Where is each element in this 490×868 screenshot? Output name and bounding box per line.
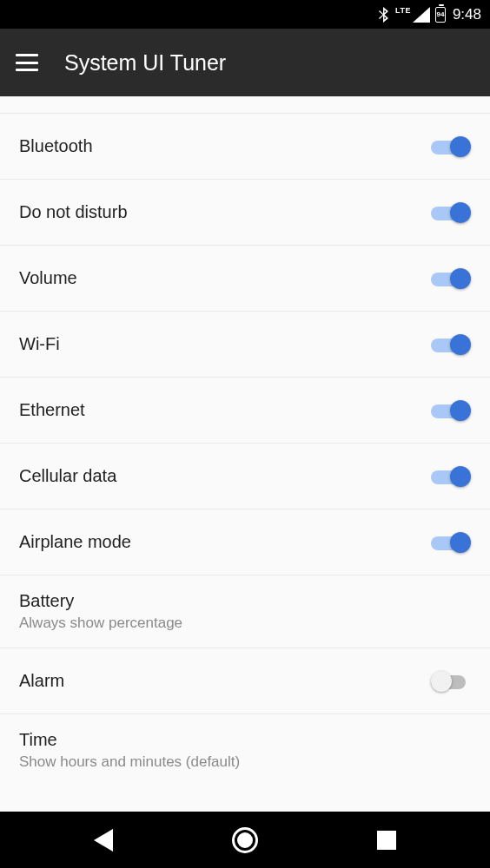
item-label: Bluetooth bbox=[19, 136, 93, 156]
item-label: Time bbox=[19, 730, 240, 750]
list-item-ethernet[interactable]: Ethernet bbox=[0, 378, 490, 444]
item-label: Ethernet bbox=[19, 400, 85, 420]
item-label: Battery bbox=[19, 591, 182, 611]
toggle-wifi[interactable] bbox=[431, 332, 471, 357]
item-sublabel: Show hours and minutes (default) bbox=[19, 753, 240, 771]
item-label: Volume bbox=[19, 268, 77, 288]
page-title: System UI Tuner bbox=[64, 50, 226, 76]
item-label: Do not disturb bbox=[19, 202, 128, 222]
battery-percent: 94 bbox=[436, 10, 444, 18]
signal-icon bbox=[413, 7, 430, 23]
settings-list[interactable]: Bluetooth Do not disturb Volume Wi-Fi Et… bbox=[0, 96, 490, 812]
list-item-airplane[interactable]: Airplane mode bbox=[0, 510, 490, 575]
item-label: Airplane mode bbox=[19, 532, 131, 552]
status-bar: LTE 94 9:48 bbox=[0, 0, 490, 29]
list-item-bluetooth[interactable]: Bluetooth bbox=[0, 114, 490, 180]
toggle-volume[interactable] bbox=[431, 266, 471, 291]
list-item-time[interactable]: Time Show hours and minutes (default) bbox=[0, 714, 490, 786]
toggle-cellular[interactable] bbox=[431, 464, 471, 489]
item-label: Wi-Fi bbox=[19, 334, 60, 354]
bluetooth-icon bbox=[378, 7, 390, 23]
list-item-wifi[interactable]: Wi-Fi bbox=[0, 312, 490, 378]
navigation-bar bbox=[0, 812, 490, 868]
menu-icon[interactable] bbox=[16, 54, 38, 71]
back-icon[interactable] bbox=[94, 829, 113, 852]
toggle-airplane[interactable] bbox=[431, 530, 471, 555]
list-item-cellular[interactable]: Cellular data bbox=[0, 444, 490, 510]
list-item-battery[interactable]: Battery Always show percentage bbox=[0, 575, 490, 648]
list-item-peek[interactable] bbox=[0, 96, 490, 114]
item-sublabel: Always show percentage bbox=[19, 615, 182, 632]
list-item-dnd[interactable]: Do not disturb bbox=[0, 180, 490, 246]
toggle-alarm[interactable] bbox=[431, 669, 471, 694]
clock: 9:48 bbox=[453, 6, 481, 23]
item-label: Alarm bbox=[19, 671, 64, 691]
app-bar: System UI Tuner bbox=[0, 29, 490, 96]
toggle-bluetooth[interactable] bbox=[431, 135, 471, 159]
item-label: Cellular data bbox=[19, 466, 116, 486]
battery-icon: 94 bbox=[435, 7, 446, 23]
list-item-alarm[interactable]: Alarm bbox=[0, 648, 490, 714]
home-icon[interactable] bbox=[232, 827, 258, 853]
toggle-ethernet[interactable] bbox=[431, 398, 471, 423]
recents-icon[interactable] bbox=[377, 831, 396, 850]
toggle-dnd[interactable] bbox=[431, 201, 471, 225]
list-item-volume[interactable]: Volume bbox=[0, 246, 490, 312]
lte-indicator: LTE bbox=[395, 6, 411, 15]
